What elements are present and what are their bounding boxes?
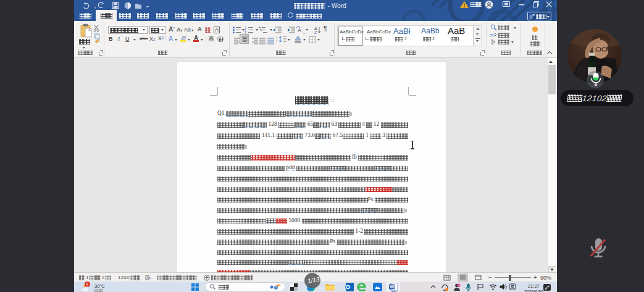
svg-text:A: A — [298, 27, 301, 33]
svg-text:Z: Z — [314, 30, 317, 34]
svg-text:W: W — [390, 284, 395, 290]
svg-text:ab: ab — [490, 33, 495, 37]
